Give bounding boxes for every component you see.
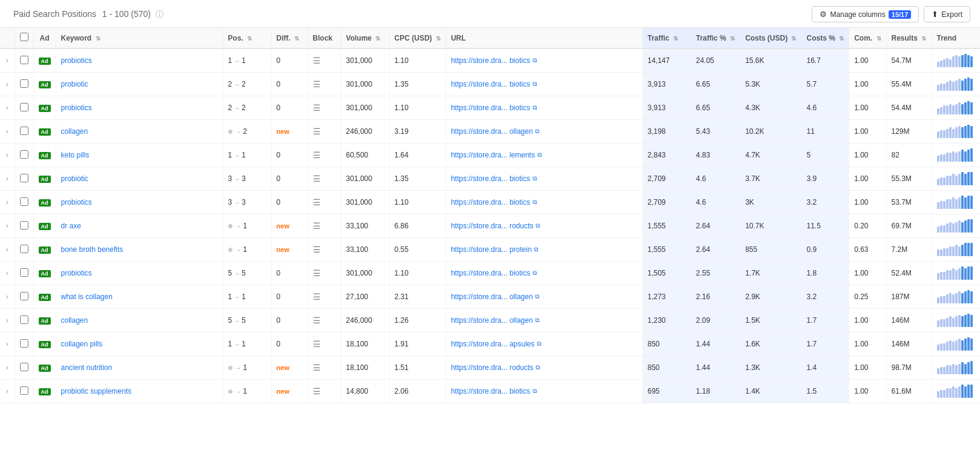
url-link[interactable]: https://store.dra... roducts	[451, 222, 533, 230]
th-diff[interactable]: Diff. ⇅	[271, 28, 307, 48]
url-link[interactable]: https://store.dra... biotics	[451, 198, 530, 207]
th-cpc[interactable]: CPC (USD) ⇅	[389, 28, 446, 48]
row-checkbox[interactable]	[20, 174, 28, 182]
row-checkbox[interactable]	[20, 339, 28, 348]
external-link-icon: ⧉	[533, 199, 537, 206]
row-checkbox[interactable]	[20, 56, 28, 64]
keyword-link[interactable]: probiotics	[61, 198, 92, 207]
block-icon: ☰	[313, 316, 321, 325]
expand-button[interactable]: ›	[6, 363, 8, 372]
expand-button[interactable]: ›	[6, 222, 8, 230]
keyword-link[interactable]: collagen	[61, 316, 88, 325]
th-traffic-pct[interactable]: Traffic % ⇅	[691, 28, 740, 48]
trend-bar	[961, 293, 964, 303]
url-link[interactable]: https://store.dra... biotics	[451, 104, 530, 112]
th-traffic[interactable]: Traffic ⇅	[642, 28, 691, 48]
trend-bar	[949, 340, 952, 351]
keyword-link[interactable]: probiotic supplements	[61, 387, 132, 395]
volume-value: 18,100	[346, 363, 369, 372]
expand-button[interactable]: ›	[6, 293, 8, 301]
row-checkbox[interactable]	[20, 316, 28, 324]
th-keyword[interactable]: Keyword ⇅	[56, 28, 223, 48]
external-link-icon: ⧉	[533, 388, 537, 395]
pos-cell: 1 → 1	[223, 285, 271, 309]
expand-button[interactable]: ›	[6, 198, 8, 207]
expand-button[interactable]: ›	[6, 269, 8, 277]
row-checkbox[interactable]	[20, 127, 28, 135]
keyword-cell: collagen	[56, 309, 223, 332]
cpc-cell: 1.10	[389, 191, 446, 214]
info-icon[interactable]: ⓘ	[156, 9, 163, 20]
expand-button[interactable]: ›	[6, 340, 8, 348]
expand-button[interactable]: ›	[6, 151, 8, 159]
url-link[interactable]: https://store.dra... biotics	[451, 80, 530, 88]
keyword-link[interactable]: keto pills	[61, 151, 90, 159]
traffic-pct-cell: 5.43	[691, 120, 740, 144]
row-checkbox[interactable]	[20, 103, 28, 111]
expand-button[interactable]: ›	[6, 174, 8, 183]
costs-pct-cell: 1.8	[801, 262, 849, 285]
keyword-link[interactable]: ancient nutrition	[61, 363, 113, 372]
keyword-link[interactable]: what is collagen	[61, 293, 113, 301]
th-results[interactable]: Results ⇅	[886, 28, 932, 48]
th-volume[interactable]: Volume ⇅	[341, 28, 389, 48]
expand-button[interactable]: ›	[6, 80, 8, 88]
url-link[interactable]: https://store.dra... roducts	[451, 363, 533, 372]
trend-bar	[949, 199, 952, 209]
trend-bar	[940, 201, 942, 209]
row-checkbox[interactable]	[20, 197, 28, 206]
th-costs[interactable]: Costs (USD) ⇅	[740, 28, 801, 48]
traffic-cell: 1,273	[642, 285, 691, 309]
keyword-link[interactable]: probiotics	[61, 104, 92, 112]
costs-pct-value: 0.9	[806, 245, 817, 254]
trend-chart	[937, 290, 976, 303]
manage-columns-button[interactable]: ⚙ Manage columns 15/17	[812, 6, 919, 22]
keyword-link[interactable]: probiotics	[61, 269, 92, 277]
row-checkbox[interactable]	[20, 79, 28, 88]
url-link[interactable]: https://store.dra... ollagen	[451, 316, 533, 325]
url-link[interactable]: https://store.dra... biotics	[451, 174, 530, 183]
keyword-cell: collagen	[56, 120, 223, 144]
url-link[interactable]: https://store.dra... lements	[451, 151, 535, 159]
expand-button[interactable]: ›	[6, 127, 8, 136]
keyword-link[interactable]: dr axe	[61, 222, 81, 230]
th-costs-pct[interactable]: Costs % ⇅	[801, 28, 849, 48]
keyword-link[interactable]: bone broth benefits	[61, 245, 123, 254]
keyword-link[interactable]: probiotic	[61, 174, 88, 183]
trend-bar	[955, 55, 958, 67]
row-checkbox[interactable]	[20, 268, 28, 277]
url-link[interactable]: https://store.dra... biotics	[451, 269, 530, 277]
row-checkbox[interactable]	[20, 386, 28, 395]
keyword-link[interactable]: probiotics	[61, 56, 92, 65]
export-button[interactable]: ⬆ Export	[924, 6, 970, 22]
trend-bar	[943, 296, 945, 303]
com-cell: 0.20	[849, 214, 886, 238]
row-checkbox[interactable]	[20, 245, 28, 253]
row-checkbox[interactable]	[20, 150, 28, 159]
expand-button[interactable]: ›	[6, 387, 8, 395]
url-link[interactable]: https://store.dra... ollagen	[451, 127, 533, 136]
select-all-checkbox[interactable]	[20, 33, 28, 41]
url-link[interactable]: https://store.dra... apsules	[451, 340, 534, 348]
url-link[interactable]: https://store.dra... protein	[451, 245, 531, 254]
th-pos[interactable]: Pos. ⇅	[223, 28, 271, 48]
trend-chart	[937, 361, 976, 374]
row-checkbox[interactable]	[20, 292, 28, 300]
keyword-link[interactable]: probiotic	[61, 80, 88, 88]
expand-button[interactable]: ›	[6, 104, 8, 112]
url-link[interactable]: https://store.dra... biotics	[451, 387, 530, 395]
keyword-link[interactable]: collagen	[61, 127, 88, 136]
expand-button[interactable]: ›	[6, 56, 8, 65]
url-link[interactable]: https://store.dra... ollagen	[451, 293, 533, 301]
url-link[interactable]: https://store.dra... biotics	[451, 56, 530, 65]
expand-button[interactable]: ›	[6, 245, 8, 254]
block-cell: ☰	[307, 238, 341, 262]
expand-button[interactable]: ›	[6, 316, 8, 325]
costs-cell: 4.7K	[740, 144, 801, 167]
trend-bar	[952, 151, 955, 162]
row-checkbox[interactable]	[20, 363, 28, 371]
keyword-link[interactable]: collagen pills	[61, 340, 103, 348]
com-value: 1.00	[854, 387, 868, 395]
row-checkbox[interactable]	[20, 221, 28, 230]
th-com[interactable]: Com. ⇅	[849, 28, 886, 48]
